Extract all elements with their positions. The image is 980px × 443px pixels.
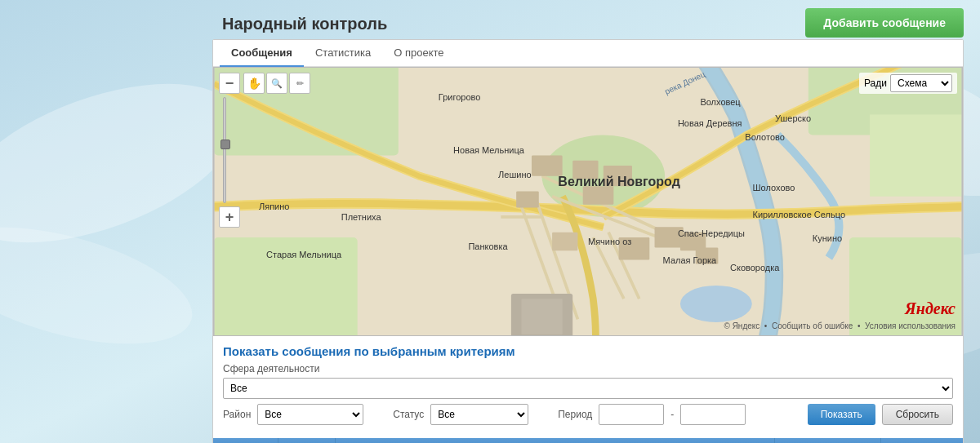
map-container[interactable]: Григорово Волховец Ушерско Волотово Нова… <box>213 67 963 336</box>
period-label: Период <box>558 409 592 420</box>
svg-rect-31 <box>521 299 562 334</box>
terms-link[interactable]: Условия использования <box>865 321 956 330</box>
svg-rect-22 <box>604 166 632 186</box>
th-support: Поддержали <box>775 438 881 443</box>
period-from-input[interactable] <box>599 404 664 425</box>
yandex-logo: Яндекс <box>905 298 956 319</box>
svg-rect-24 <box>583 186 614 205</box>
rayon-group: Район <box>223 409 251 420</box>
tab-about[interactable]: О проекте <box>382 40 455 67</box>
map-ruler-tool[interactable]: ✏ <box>289 73 310 94</box>
add-message-button[interactable]: Добавить сообщение <box>805 8 964 38</box>
sfere-select[interactable]: Все <box>223 378 953 399</box>
zoom-thumb[interactable] <box>220 140 230 149</box>
map-type-selector: Ради Схема Спутник Гибрид <box>859 73 957 94</box>
status-select[interactable]: Все <box>430 404 528 425</box>
svg-rect-26 <box>619 237 650 260</box>
svg-rect-21 <box>572 161 598 179</box>
nav-tabs: Сообщения Статистика О проекте <box>213 40 963 67</box>
yandex-copyright: © Яндекс <box>724 321 760 330</box>
th-status: Статус <box>881 438 963 443</box>
zoom-track[interactable] <box>223 97 226 203</box>
svg-rect-10 <box>849 237 962 335</box>
page-title: Народный контроль <box>212 8 397 33</box>
svg-rect-20 <box>532 156 563 176</box>
filter-title: Показать сообщения по выбранным критерия… <box>223 344 953 358</box>
reset-button[interactable]: Сбросить <box>882 404 953 425</box>
status-label: Статус <box>393 409 424 420</box>
period-dash: - <box>670 409 674 420</box>
sfere-label: Сфера деятельности <box>223 363 319 374</box>
rayon-select[interactable]: Все <box>257 404 363 425</box>
svg-rect-8 <box>870 114 962 196</box>
svg-rect-27 <box>655 227 684 247</box>
rayon-label: Район <box>223 409 251 420</box>
map-type-dropdown[interactable]: Схема Спутник Гибрид <box>890 74 952 92</box>
map-zoom-tool[interactable]: 🔍 <box>266 73 287 94</box>
tab-messages[interactable]: Сообщения <box>220 40 304 67</box>
svg-rect-23 <box>516 191 539 207</box>
th-desc: Описание <box>336 438 775 443</box>
th-date: Дата <box>213 438 278 443</box>
zoom-bar <box>219 97 230 203</box>
svg-rect-9 <box>214 237 358 335</box>
content-panel: Сообщения Статистика О проекте <box>212 39 964 443</box>
svg-rect-25 <box>552 233 577 251</box>
show-button[interactable]: Показать <box>808 404 875 425</box>
th-photo: Фото <box>278 438 336 443</box>
zoom-minus-button[interactable]: − <box>219 73 240 94</box>
svg-rect-29 <box>696 247 719 264</box>
map-type-label: Ради <box>864 78 887 89</box>
zoom-plus-button[interactable]: + <box>219 206 240 228</box>
map-copyright: © Яндекс • Сообщить об ошибке • Условия … <box>724 321 956 330</box>
svg-point-12 <box>680 286 752 322</box>
period-group: Период <box>558 409 592 420</box>
sfere-row: Сфера деятельности <box>223 363 953 374</box>
report-error-link[interactable]: Сообщить об ошибке <box>772 321 853 330</box>
tab-stats[interactable]: Статистика <box>304 40 382 67</box>
map-tools: ✋ 🔍 ✏ <box>243 73 310 94</box>
period-to-input[interactable] <box>680 404 746 425</box>
table-header: Дата Фото Описание Поддержали Статус <box>213 438 963 443</box>
map-drag-tool[interactable]: ✋ <box>243 73 265 94</box>
status-group: Статус <box>393 409 424 420</box>
filter-panel: Показать сообщения по выбранным критерия… <box>213 336 963 438</box>
filter-row-2: Район Все Статус Все <box>223 404 953 425</box>
